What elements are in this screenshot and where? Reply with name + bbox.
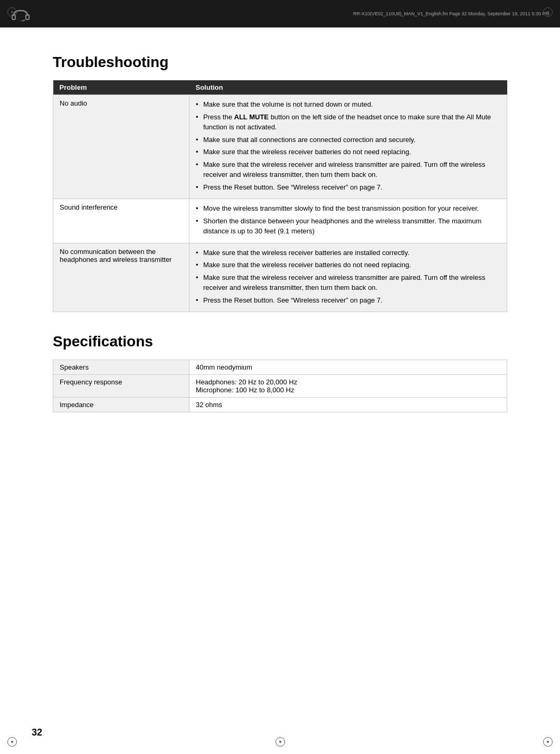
spec-label: Frequency response (53, 375, 189, 398)
solution-item: Make sure that the volume is not turned … (196, 99, 500, 110)
problem-cell: No communication between the headphones … (53, 243, 189, 312)
solution-item: Move the wireless transmitter slowly to … (196, 203, 500, 214)
filename-text: RR-X10(VE02_110U8)_MAN_V1_English.fm Pag… (353, 11, 549, 16)
main-content: Troubleshooting Problem Solution No audi… (0, 27, 560, 444)
specifications-table: Speakers40mm neodymiumFrequency response… (53, 360, 507, 412)
problem-cell: Sound interference (53, 199, 189, 243)
top-bar: RR-X10(VE02_110U8)_MAN_V1_English.fm Pag… (0, 0, 560, 27)
solution-item: Make sure that the wireless receiver bat… (196, 260, 500, 270)
reg-mark-bottom-left (7, 737, 17, 747)
solution-item: Make sure that the wireless receiver and… (196, 159, 500, 180)
solution-item: Shorten the distance between your headph… (196, 216, 500, 237)
reg-mark-bottom-center (276, 737, 285, 747)
col-problem-header: Problem (53, 80, 189, 95)
col-solution-header: Solution (189, 80, 507, 95)
solution-item: Press the Reset button. See “Wireless re… (196, 295, 500, 306)
troubleshooting-heading: Troubleshooting (53, 54, 507, 71)
solution-cell: Make sure that the wireless receiver bat… (189, 243, 507, 312)
solution-cell: Move the wireless transmitter slowly to … (189, 199, 507, 243)
problem-cell: No audio (53, 95, 189, 199)
page-number: 32 (32, 727, 42, 738)
solution-item: Press the ALL MUTE button on the left si… (196, 112, 500, 133)
solution-cell: Make sure that the volume is not turned … (189, 95, 507, 199)
solution-item: Make sure that the wireless receiver bat… (196, 248, 500, 258)
spec-value: Headphones: 20 Hz to 20,000 HzMicrophone… (189, 375, 507, 398)
spec-label: Impedance (53, 398, 189, 412)
reg-mark-top-right (543, 7, 553, 17)
reg-mark-bottom-right (543, 737, 553, 747)
spec-value: 40mm neodymium (189, 360, 507, 375)
troubleshooting-table: Problem Solution No audioMake sure that … (53, 80, 507, 312)
solution-item: Make sure that all connections are conne… (196, 135, 500, 145)
solution-item: Press the Reset button. See “Wireless re… (196, 182, 500, 193)
spec-label: Speakers (53, 360, 189, 375)
spec-value: 32 ohms (189, 398, 507, 412)
specifications-heading: Specifications (53, 333, 507, 350)
solution-item: Make sure that the wireless receiver and… (196, 272, 500, 293)
solution-item: Make sure that the wireless receiver bat… (196, 147, 500, 157)
reg-mark-top-left (7, 7, 17, 17)
